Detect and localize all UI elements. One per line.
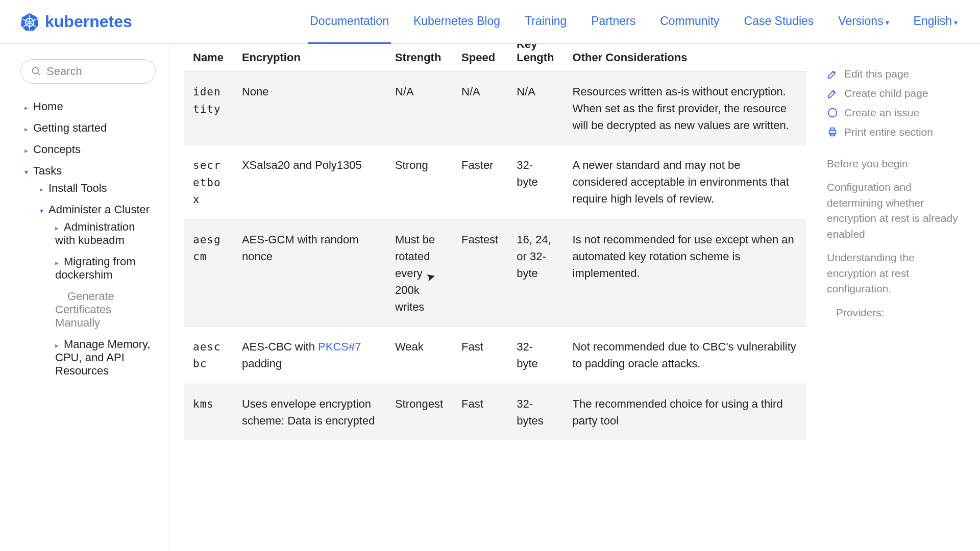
nav-blog[interactable]: Kubernetes Blog xyxy=(411,0,502,44)
search-input[interactable]: Search xyxy=(20,59,156,84)
col-strength: Strength xyxy=(386,44,452,72)
svg-rect-13 xyxy=(830,133,834,136)
nav-language-dropdown[interactable]: English xyxy=(912,0,960,44)
sidebar-item-getting-started[interactable]: Getting started xyxy=(20,117,156,139)
toc-before[interactable]: Before you begin xyxy=(827,152,965,176)
table-row-identity: identity None N/A N/A N/A Resources writ… xyxy=(184,72,806,145)
sidebar-item-administer-cluster[interactable]: Administer a Cluster Administration with… xyxy=(36,199,156,386)
col-encryption: Encryption xyxy=(233,44,386,72)
toc-understanding[interactable]: Understanding the encryption at rest con… xyxy=(827,246,965,300)
sidebar-item-gen-cert[interactable]: Generate Certificates Manually xyxy=(51,286,156,334)
col-other: Other Considerations xyxy=(564,44,806,72)
brand-name: kubernetes xyxy=(45,12,132,31)
table-row-secretbox: secretbox XSalsa20 and Poly1305 Strong F… xyxy=(184,145,806,220)
nav-versions-dropdown[interactable]: Versions xyxy=(836,0,891,44)
col-speed: Speed xyxy=(452,44,507,72)
sidebar-item-install-tools[interactable]: Install Tools xyxy=(36,178,156,199)
sidebar-item-tasks[interactable]: Tasks Install Tools Administer a Cluster… xyxy=(20,160,156,390)
edit-page-link[interactable]: Edit this page xyxy=(827,64,965,84)
pencil-icon xyxy=(827,88,838,99)
nav-community[interactable]: Community xyxy=(658,0,721,44)
col-name: Name xyxy=(184,44,233,72)
print-section-link[interactable]: Print entire section xyxy=(827,122,965,142)
kubernetes-icon xyxy=(20,13,39,31)
nav-training[interactable]: Training xyxy=(523,0,569,44)
table-row-aescbc: aescbc AES-CBC with PKCS#7 padding Weak … xyxy=(184,327,806,384)
nav-case-studies[interactable]: Case Studies xyxy=(742,0,816,44)
svg-line-9 xyxy=(38,73,40,76)
toc-config[interactable]: Configuration and determining whether en… xyxy=(827,176,965,246)
sidebar-item-concepts[interactable]: Concepts xyxy=(20,139,156,160)
main-content: Name Encryption Strength Speed KeyLength… xyxy=(168,44,822,551)
svg-rect-12 xyxy=(830,128,834,131)
toc-providers[interactable]: Providers: xyxy=(827,301,965,324)
create-child-link[interactable]: Create child page xyxy=(827,84,965,103)
nav-documentation[interactable]: Documentation xyxy=(308,0,391,44)
sidebar-item-admin-kubeadm[interactable]: Administration with kubeadm xyxy=(51,216,156,251)
col-key-length: KeyLength xyxy=(507,44,563,72)
sidebar-item-migrating[interactable]: Migrating from dockershim xyxy=(51,251,156,286)
sidebar: Search Home Getting started Concepts Tas… xyxy=(0,44,168,551)
svg-point-8 xyxy=(33,68,39,74)
table-row-kms: kms Uses envelope encryption scheme: Dat… xyxy=(184,384,806,440)
svg-point-10 xyxy=(828,109,837,117)
brand-logo[interactable]: kubernetes xyxy=(20,12,132,31)
search-icon xyxy=(31,66,41,77)
table-row-aesgcm: aesgcm AES-GCM with random nonce Must be… xyxy=(184,219,806,327)
right-column: Edit this page Create child page Create … xyxy=(822,44,980,551)
sidebar-item-home[interactable]: Home xyxy=(20,96,156,117)
github-icon xyxy=(827,107,838,118)
sidebar-item-manage-memory[interactable]: Manage Memory, CPU, and API Resources xyxy=(51,334,156,382)
print-icon xyxy=(827,127,838,138)
providers-table: Name Encryption Strength Speed KeyLength… xyxy=(184,44,806,440)
pkcs7-link[interactable]: PKCS#7 xyxy=(318,340,361,353)
create-issue-link[interactable]: Create an issue xyxy=(827,103,965,122)
pencil-icon xyxy=(827,68,838,80)
search-placeholder: Search xyxy=(46,65,82,78)
table-of-contents: Before you begin Configuration and deter… xyxy=(827,152,965,324)
nav-partners[interactable]: Partners xyxy=(589,0,638,44)
